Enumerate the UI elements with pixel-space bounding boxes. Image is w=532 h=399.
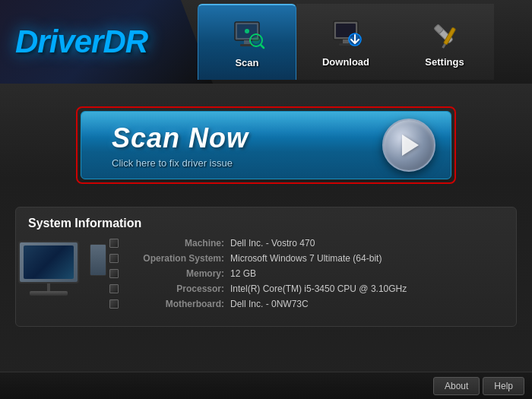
footer: About Help: [0, 372, 532, 399]
tower-icon: [90, 244, 106, 276]
info-row-memory: Memory: 12 GB: [109, 268, 504, 279]
processor-value: Intel(R) Core(TM) i5-3450 CPU @ 3.10GHz: [230, 283, 407, 294]
memory-value: 12 GB: [230, 268, 256, 279]
memory-icon: [109, 268, 119, 279]
monitor-stand: [47, 283, 50, 291]
system-info-title: System Information: [28, 217, 504, 230]
memory-label: Memory:: [125, 268, 224, 279]
info-row-os: Operation System: Microsoft Windows 7 Ul…: [109, 253, 504, 264]
nav-tabs: Scan Download: [198, 0, 494, 84]
machine-icon: [109, 238, 119, 249]
download-icon: [328, 17, 364, 53]
scan-icon: [229, 17, 265, 54]
system-info-body: Machine: Dell Inc. - Vostro 470 Operatio…: [28, 238, 504, 314]
arrow-icon: [402, 135, 419, 156]
svg-rect-10: [343, 40, 349, 43]
svg-rect-2: [244, 40, 250, 44]
machine-value: Dell Inc. - Vostro 470: [230, 238, 315, 249]
tab-scan-label: Scan: [235, 57, 258, 68]
motherboard-label: Motherboard:: [125, 299, 224, 309]
monitor-screen: [24, 245, 74, 279]
monitor-base: [30, 291, 68, 296]
scan-now-button[interactable]: Scan Now Click here to fix driver issue: [81, 111, 451, 179]
tab-settings-label: Settings: [425, 56, 464, 68]
tab-download[interactable]: Download: [296, 4, 395, 80]
scan-arrow-button[interactable]: [382, 119, 435, 172]
os-value: Microsoft Windows 7 Ultimate (64-bit): [230, 253, 382, 264]
header: DriverDR Scan: [0, 0, 532, 84]
svg-point-7: [245, 29, 249, 33]
processor-icon: [109, 283, 119, 294]
motherboard-value: Dell Inc. - 0NW73C: [230, 299, 309, 309]
scan-btn-text: Scan Now Click here to fix driver issue: [112, 122, 249, 169]
info-row-motherboard: Motherboard: Dell Inc. - 0NW73C: [109, 299, 504, 309]
main-content: Scan Now Click here to fix driver issue …: [0, 84, 532, 399]
info-row-machine: Machine: Dell Inc. - Vostro 470: [109, 238, 504, 249]
logo-area: DriverDR: [0, 0, 213, 84]
scan-btn-wrapper: Scan Now Click here to fix driver issue: [76, 106, 456, 184]
svg-line-6: [261, 45, 264, 48]
app-logo: DriverDR: [15, 24, 147, 60]
scan-sub-label: Click here to fix driver issue: [112, 157, 249, 169]
info-rows: Machine: Dell Inc. - Vostro 470 Operatio…: [109, 238, 504, 314]
processor-label: Processor:: [125, 283, 224, 294]
monitor-icon: [18, 241, 79, 283]
tab-scan[interactable]: Scan: [198, 4, 296, 80]
tab-settings[interactable]: Settings: [395, 4, 494, 80]
machine-label: Machine:: [125, 238, 224, 249]
info-row-processor: Processor: Intel(R) Core(TM) i5-3450 CPU…: [109, 283, 504, 294]
os-label: Operation System:: [125, 253, 224, 264]
about-button[interactable]: About: [433, 377, 480, 395]
scan-now-label: Scan Now: [112, 122, 249, 154]
computer-illustration: [28, 241, 97, 296]
system-info-panel: System Information: [15, 207, 517, 327]
tab-download-label: Download: [322, 56, 369, 68]
help-button[interactable]: Help: [483, 377, 524, 395]
os-icon: [109, 253, 119, 264]
motherboard-icon: [109, 299, 119, 309]
settings-icon: [426, 17, 463, 53]
svg-point-5: [252, 36, 260, 44]
